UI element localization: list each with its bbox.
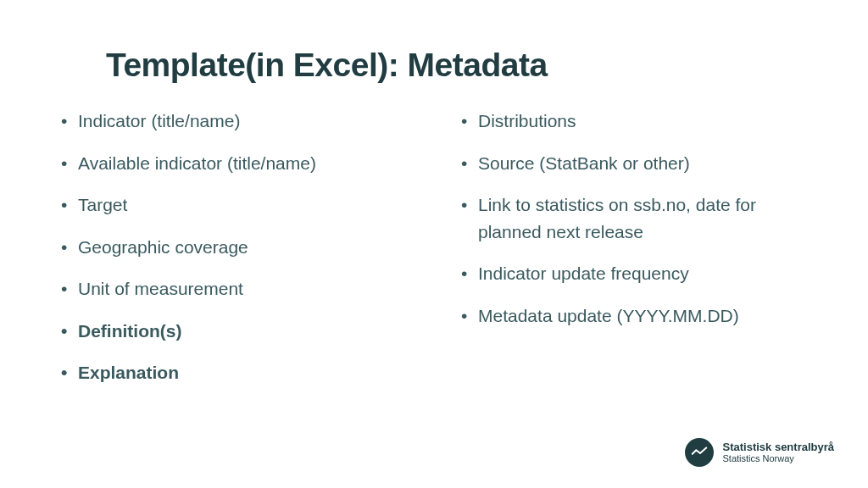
list-item: Distributions <box>459 108 809 135</box>
list-item: Indicator update frequency <box>459 260 809 287</box>
list-item: Target <box>59 191 409 219</box>
list-item: Geographic coverage <box>59 234 409 261</box>
right-column: DistributionsSource (StatBank or other)L… <box>459 108 809 402</box>
logo-text: Statistisk sentralbyrå Statistics Norway <box>722 441 834 463</box>
logo-secondary: Statistics Norway <box>722 453 834 463</box>
ssb-logo-icon <box>685 438 714 467</box>
footer-logo: Statistisk sentralbyrå Statistics Norway <box>685 438 834 467</box>
list-item: Link to statistics on ssb.no, date for p… <box>459 191 809 245</box>
list-item: Available indicator (title/name) <box>59 150 409 177</box>
list-item: Explanation <box>59 359 409 386</box>
list-item: Indicator (title/name) <box>59 108 409 135</box>
list-item: Source (StatBank or other) <box>459 150 809 177</box>
content-columns: Indicator (title/name)Available indicato… <box>59 108 809 402</box>
right-list: DistributionsSource (StatBank or other)L… <box>459 108 809 329</box>
left-list: Indicator (title/name)Available indicato… <box>59 108 409 386</box>
logo-primary: Statistisk sentralbyrå <box>722 441 834 453</box>
left-column: Indicator (title/name)Available indicato… <box>59 108 409 402</box>
list-item: Definition(s) <box>59 318 409 345</box>
slide-title: Template(in Excel): Metadata <box>106 47 809 84</box>
list-item: Unit of measurement <box>59 275 409 302</box>
slide-container: Template(in Excel): Metadata Indicator (… <box>0 0 868 488</box>
list-item: Metadata update (YYYY.MM.DD) <box>459 302 809 330</box>
